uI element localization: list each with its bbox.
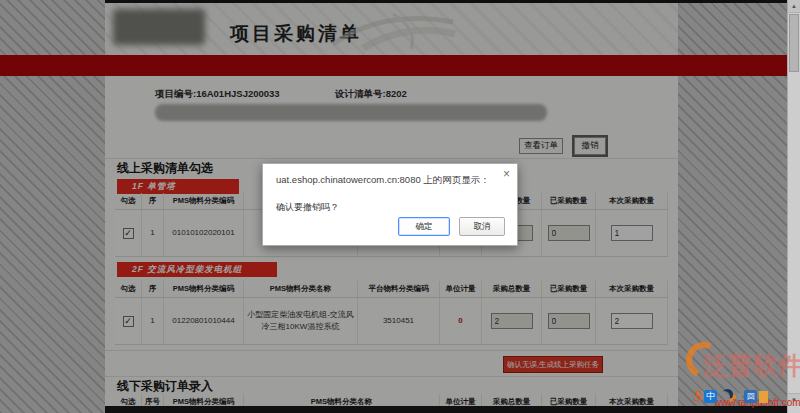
dot-icon [732,395,736,399]
confirm-dialog: uat.eshop.chinatowercom.cn:8080 上的网页显示： … [262,163,518,246]
dialog-buttons: 确定 取消 [398,217,505,236]
s-logo-icon: S [694,388,702,405]
dialog-ok-button[interactable]: 确定 [398,217,450,236]
zhong-logo-icon: 中 [704,390,717,403]
grid-logo-icon: 回 [744,390,757,403]
watermark-brand-text: 泛普软件 [703,349,800,382]
dot-icon [738,393,742,400]
scroll-up-icon[interactable]: ▲ [788,0,800,13]
watermark-icons: S 中 回 [694,388,768,405]
scrollbar-thumb[interactable] [789,14,799,72]
dialog-message: 确认要撤销吗？ [276,201,339,214]
tag-logo-icon [759,391,768,403]
moon-logo-icon [719,391,730,402]
dialog-title: uat.eshop.chinatowercom.cn:8080 上的网页显示： [276,174,490,187]
browser-viewport: 项目采购清单 项目编号:16A01HJSJ200033 设计清单号:8202 查… [0,0,800,413]
dialog-cancel-button[interactable]: 取消 [459,217,505,236]
close-icon[interactable]: × [503,167,510,181]
